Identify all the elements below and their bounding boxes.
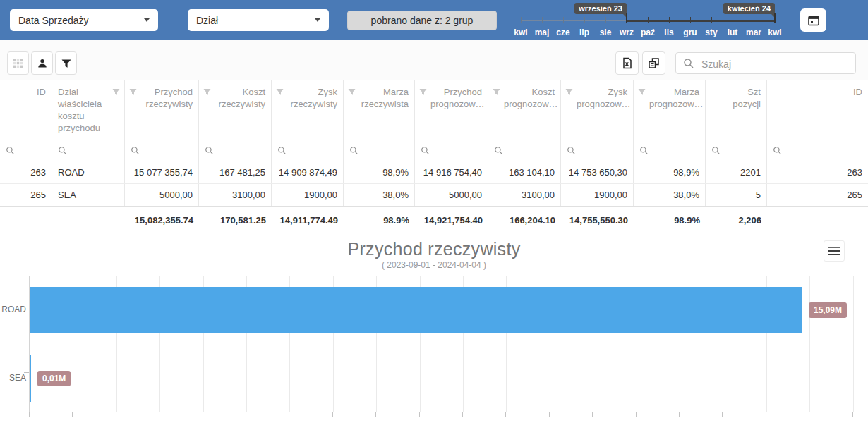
bar-sea[interactable] xyxy=(30,355,31,402)
header-cell-11[interactable]: ID xyxy=(767,80,868,140)
data-loaded-info-button[interactable]: pobrano dane z: 2 grup xyxy=(347,11,497,30)
cell: 5000,00 xyxy=(415,184,488,206)
header-filter-icon[interactable] xyxy=(129,87,137,99)
filter-cell-9[interactable] xyxy=(634,140,706,161)
hamburger-menu-icon xyxy=(828,247,840,248)
bar-value-label: 15,09M xyxy=(809,302,847,318)
cell: 15 077 355,74 xyxy=(125,161,199,183)
total-cell: 170,581.25 xyxy=(199,209,272,231)
header-cell-8[interactable]: Zysk prognozow… xyxy=(561,80,634,140)
search-input[interactable] xyxy=(700,53,851,75)
header-cell-0[interactable]: ID xyxy=(0,80,52,140)
cell: 5000,00 xyxy=(125,184,199,206)
cell: 263 xyxy=(767,161,868,183)
cell: 38,0% xyxy=(344,184,415,206)
chart-export-menu-button[interactable] xyxy=(824,240,845,262)
header-cell-6[interactable]: Przychod prognozow… xyxy=(415,80,488,140)
filter-icon xyxy=(61,58,72,69)
column-caption: Marza prognozow… xyxy=(649,86,699,110)
header-filter-icon[interactable] xyxy=(638,87,646,99)
cell: 3100,00 xyxy=(199,184,272,206)
range-handle[interactable] xyxy=(626,13,627,23)
date-range-selector[interactable]: kwimajczelipsiewrzpaźlisgrustylutmarkwi … xyxy=(510,0,785,40)
header-filter-icon[interactable] xyxy=(348,87,356,99)
filter-cell-8[interactable] xyxy=(561,140,634,161)
cell: ROAD xyxy=(52,161,125,183)
column-grid-button[interactable] xyxy=(7,51,29,75)
topbar: Data Sprzedaży Dział pobrano dane z: 2 g… xyxy=(0,0,868,40)
header-filter-icon[interactable] xyxy=(565,87,573,99)
header-cell-9[interactable]: Marza prognozow… xyxy=(634,80,706,140)
filter-cell-3[interactable] xyxy=(199,140,272,161)
cell: SEA xyxy=(52,184,125,206)
cell: 1900,00 xyxy=(272,184,344,206)
search-icon xyxy=(58,146,67,155)
range-tick xyxy=(754,17,754,23)
header-cell-5[interactable]: Marza rzeczywista xyxy=(344,80,415,140)
header-filter-icon[interactable] xyxy=(276,87,284,99)
total-cell xyxy=(767,209,868,231)
filter-cell-11[interactable] xyxy=(767,140,868,161)
data-grid: IDDzial właściciela kosztu przychoduPrzy… xyxy=(0,80,868,231)
filter-builder-button[interactable] xyxy=(55,51,77,75)
header-cell-10[interactable]: Szt pozycji xyxy=(706,80,767,140)
filter-cell-0[interactable] xyxy=(0,140,52,161)
cell: 263 xyxy=(0,161,52,183)
column-chooser-button[interactable] xyxy=(642,51,665,75)
table-row[interactable]: 263ROAD15 077 355,74167 481,2514 909 874… xyxy=(0,161,868,184)
column-caption: Szt pozycji xyxy=(721,86,761,110)
cell: 98,9% xyxy=(344,161,415,183)
dimension-select-secondary[interactable]: Dział xyxy=(188,9,329,31)
dimension-select-primary[interactable]: Data Sprzedaży xyxy=(10,9,158,31)
chart-plot-area: 15,09M0,01M xyxy=(29,276,868,412)
total-cell: 14,921,754.40 xyxy=(415,209,488,231)
column-caption: Zysk prognozow… xyxy=(577,86,627,110)
header-cell-3[interactable]: Koszt rzeczywisty xyxy=(199,80,272,140)
range-tick xyxy=(584,17,585,23)
filter-cell-1[interactable] xyxy=(52,140,125,161)
cell: 2201 xyxy=(706,161,767,183)
column-grid-icon xyxy=(13,58,23,68)
filter-cell-10[interactable] xyxy=(706,140,767,161)
column-caption: Zysk rzeczywisty xyxy=(287,86,337,110)
search-icon xyxy=(711,146,721,155)
search-icon xyxy=(494,146,503,155)
filter-cell-7[interactable] xyxy=(488,140,561,161)
dimension-select-primary-value: Data Sprzedaży xyxy=(18,15,89,26)
header-cell-2[interactable]: Przychod rzeczywisty xyxy=(125,80,199,140)
search-icon xyxy=(277,146,287,155)
revenue-chart: Przychod rzeczywisty ( 2023-09-01 - 2024… xyxy=(0,231,868,423)
range-start-badge: wrzesień 23 xyxy=(574,3,627,14)
range-selected-track[interactable] xyxy=(627,20,775,22)
column-caption: Marza rzeczywista xyxy=(359,86,409,110)
header-filter-icon[interactable] xyxy=(112,87,120,99)
filter-cell-2[interactable] xyxy=(125,140,199,161)
grid-header-row: IDDzial właściciela kosztu przychoduPrzy… xyxy=(0,80,868,140)
app-root: Data Sprzedaży Dział pobrano dane z: 2 g… xyxy=(0,0,868,423)
total-cell: 98.9% xyxy=(344,209,415,231)
table-row[interactable]: 265SEA5000,003100,001900,0038,0%5000,003… xyxy=(0,184,868,207)
calendar-button[interactable] xyxy=(800,8,826,32)
export-excel-button[interactable] xyxy=(615,51,639,75)
filter-cell-4[interactable] xyxy=(272,140,344,161)
user-view-button[interactable] xyxy=(31,51,53,75)
filter-cell-5[interactable] xyxy=(344,140,415,161)
total-cell: 15,082,355.74 xyxy=(125,209,199,231)
header-filter-icon[interactable] xyxy=(493,87,500,99)
cell: 3100,00 xyxy=(488,184,561,206)
header-cell-4[interactable]: Zysk rzeczywisty xyxy=(272,80,344,140)
header-filter-icon[interactable] xyxy=(419,87,427,99)
range-tick xyxy=(669,17,670,23)
range-tick xyxy=(711,17,712,23)
total-cell: 166,204.10 xyxy=(488,209,561,231)
range-tick xyxy=(542,17,543,23)
bar-road[interactable] xyxy=(30,287,802,333)
header-cell-7[interactable]: Koszt prognozow… xyxy=(488,80,561,140)
chart-title: Przychod rzeczywisty xyxy=(0,231,868,259)
header-filter-icon[interactable] xyxy=(203,87,211,99)
bar-value-label: 0,01M xyxy=(37,371,71,386)
filter-cell-6[interactable] xyxy=(415,140,488,161)
range-handle[interactable] xyxy=(774,13,776,23)
cell: 14 916 754,40 xyxy=(415,161,488,183)
header-cell-1[interactable]: Dzial właściciela kosztu przychodu xyxy=(52,80,125,140)
